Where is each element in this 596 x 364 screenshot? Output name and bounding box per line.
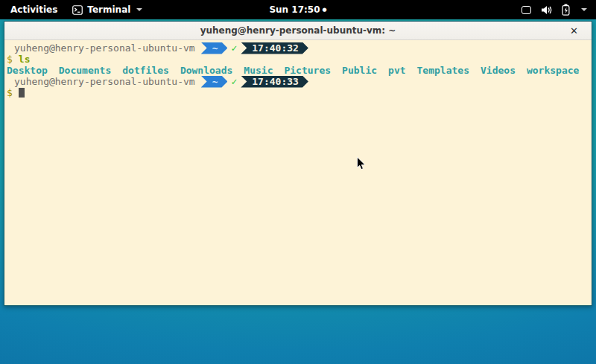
battery-charging-icon[interactable] xyxy=(562,4,570,16)
window-title: yuheng@henry-personal-ubuntu-vm: ~ xyxy=(200,25,396,36)
prompt-status-check-icon: ✓ xyxy=(231,42,237,54)
prompt-symbol: $ xyxy=(7,87,13,98)
directory-name: Pictures xyxy=(284,65,331,76)
chevron-down-icon xyxy=(136,8,142,11)
terminal-cursor xyxy=(19,88,25,98)
clock-button[interactable]: Sun 17:50 ● xyxy=(269,0,326,19)
directory-name: Public xyxy=(342,65,377,76)
volume-icon[interactable] xyxy=(541,5,552,15)
typed-command: ls xyxy=(19,54,31,65)
directory-name: Templates xyxy=(417,65,469,76)
directory-name: workspace xyxy=(527,65,579,76)
app-menu-terminal[interactable]: Terminal xyxy=(68,0,147,19)
prompt-cwd-segment: ~ xyxy=(201,76,228,88)
terminal-window: yuheng@henry-personal-ubuntu-vm: ~ ✕ yuh… xyxy=(4,21,592,306)
clock-label: Sun 17:50 xyxy=(269,4,320,15)
directory-name: pvt xyxy=(388,65,405,76)
directory-name: Videos xyxy=(481,65,516,76)
screen-share-icon[interactable] xyxy=(522,6,531,14)
activities-button[interactable]: Activities xyxy=(0,0,68,19)
prompt-symbol: $ xyxy=(7,54,13,65)
prompt-cwd-segment: ~ xyxy=(201,42,228,54)
app-menu-label: Terminal xyxy=(87,4,130,15)
directory-name: dotfiles xyxy=(122,65,169,76)
terminal-app-icon xyxy=(72,5,83,15)
directory-name: Downloads xyxy=(180,65,232,76)
directory-name: Music xyxy=(244,65,273,76)
prompt-line-1: yuheng@henry-personal-ubuntu-vm ~ ✓ 17:4… xyxy=(7,42,589,54)
close-button[interactable]: ✕ xyxy=(570,22,578,39)
activities-label: Activities xyxy=(10,4,57,15)
directory-name: Desktop xyxy=(7,65,48,76)
prompt-time-segment: 17:40:32 xyxy=(241,42,308,54)
prompt-line-2: yuheng@henry-personal-ubuntu-vm ~ ✓ 17:4… xyxy=(7,76,589,87)
ls-output-row: Desktop Documents dotfiles Downloads Mus… xyxy=(7,65,589,76)
command-line: $ ls xyxy=(7,54,589,65)
prompt-time-segment: 17:40:33 xyxy=(241,76,308,88)
prompt-username: yuheng@henry-personal-ubuntu-vm xyxy=(14,76,195,87)
desktop: Activities Terminal Sun 17:50 ● xyxy=(0,0,596,364)
gnome-top-bar: Activities Terminal Sun 17:50 ● xyxy=(0,0,596,19)
directory-name: Documents xyxy=(59,65,111,76)
system-menu-chevron-icon[interactable] xyxy=(580,8,587,11)
system-tray xyxy=(522,0,596,19)
input-line: $ xyxy=(7,87,589,98)
prompt-status-check-icon: ✓ xyxy=(231,76,237,87)
terminal-screen[interactable]: yuheng@henry-personal-ubuntu-vm ~ ✓ 17:4… xyxy=(4,40,592,305)
notification-dot-icon: ● xyxy=(323,7,327,13)
prompt-username: yuheng@henry-personal-ubuntu-vm xyxy=(14,42,195,54)
window-titlebar[interactable]: yuheng@henry-personal-ubuntu-vm: ~ ✕ xyxy=(4,22,592,40)
